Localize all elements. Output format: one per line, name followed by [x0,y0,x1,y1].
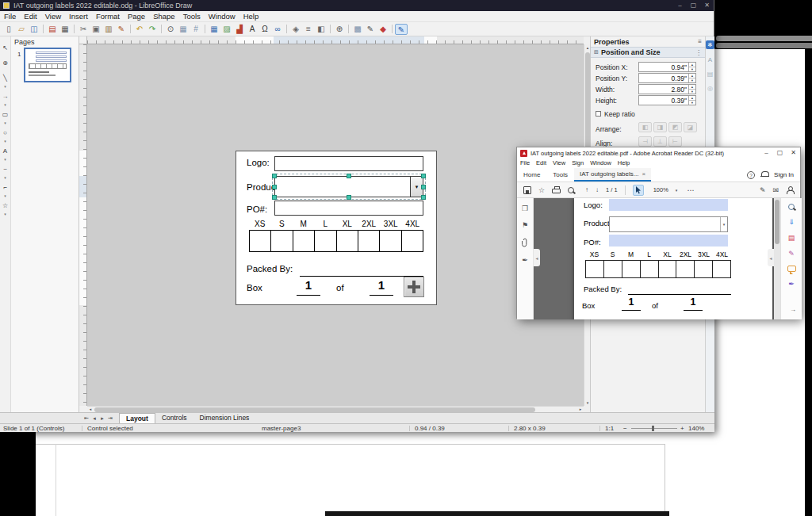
send-backward-button[interactable]: ◩ [668,122,682,132]
ac-menu-help[interactable]: Help [615,159,633,168]
undo-icon[interactable]: ↶ [133,24,146,35]
spin-down-icon[interactable]: ▾ [689,100,695,105]
width-spinner[interactable]: ▴▾ [688,85,695,94]
special-character-icon[interactable]: Ω [259,24,271,35]
spin-down-icon[interactable]: ▾ [689,89,695,94]
fill-sign-icon[interactable]: ✒ [788,280,795,288]
select-tool-icon[interactable] [633,185,644,196]
logo-input[interactable] [274,156,423,171]
ac-tab-home[interactable]: Home [517,168,546,182]
lo-menu-window[interactable]: Window [205,11,239,22]
clone-formatting-icon[interactable]: ✎ [115,24,128,35]
lo-minimize-button[interactable]: – [673,0,687,11]
drawing-page[interactable]: Logo: Product: ▼ PO#: XS S M L XL [236,151,437,305]
ac-tab-close-icon[interactable]: × [642,170,645,178]
collapse-left-pane-button[interactable]: ◂ [534,249,540,266]
bring-forward-button[interactable]: ◧ [638,122,652,132]
hyperlink-icon[interactable]: ∞ [271,24,284,35]
size-box[interactable] [315,230,336,252]
horizontal-ruler[interactable] [87,36,584,44]
star-icon[interactable]: ☆ [538,186,545,194]
ac-menu-edit[interactable]: Edit [533,159,550,168]
arrow-shape-icon[interactable]: → [0,93,11,101]
selection-handle[interactable] [421,195,426,200]
first-slide-icon[interactable]: ⇤ [82,415,90,422]
lo-canvas[interactable]: Logo: Product: ▼ PO#: XS S M L XL [87,44,584,406]
print-icon[interactable] [552,189,561,193]
position-x-field[interactable]: 0.94" ▴▾ [638,62,696,72]
dropdown-caret-icon[interactable]: ▾ [0,84,11,89]
ac-tab-tools[interactable]: Tools [546,168,574,182]
dropdown-caret-icon[interactable]: ▾ [0,102,11,107]
ellipse-icon[interactable]: ○ [0,129,11,137]
selection-handle[interactable] [272,174,277,178]
help-icon[interactable]: ? [747,171,755,179]
edit-points-icon[interactable]: ✎ [364,24,377,35]
helplines-icon[interactable]: # [190,24,202,35]
text-box-icon[interactable]: A [0,147,11,155]
tab-dimension-lines[interactable]: Dimension Lines [193,413,256,423]
ac-menu-sign[interactable]: Sign [569,159,587,168]
lo-menu-format[interactable]: Format [92,11,124,22]
box-total-field[interactable]: 1 [370,277,393,296]
previous-slide-icon[interactable]: ◂ [90,415,98,422]
sidebar-menu-icon[interactable]: ≡ [698,38,702,45]
create-pdf-icon[interactable]: ▤ [788,234,795,242]
section-expander-icon[interactable]: ⊞ [594,49,599,55]
pdf-logo-field[interactable] [609,199,728,211]
ac-menu-view[interactable]: View [550,159,569,168]
height-spinner[interactable]: ▴▾ [688,96,695,105]
pdf-po-field[interactable] [609,235,728,247]
lo-menu-page[interactable]: Page [124,11,149,22]
draw-functions-icon[interactable]: ✎ [395,24,408,35]
pdf-size-box[interactable] [622,260,641,278]
lo-maximize-button[interactable]: ▢ [687,0,700,11]
position-size-section-header[interactable]: ⊞ Position and Size ⋮ [591,47,705,58]
page-indicator[interactable]: 1 / 1 [606,186,618,193]
redo-icon[interactable]: ↷ [146,24,159,35]
search-tools-icon[interactable] [788,204,795,210]
pdf-page[interactable]: Logo: Product: ▾ PO#: XS S M L XL 2XL 3X… [574,198,772,319]
cut-icon[interactable]: ✂ [77,24,90,35]
attachments-icon[interactable] [522,238,528,247]
previous-page-icon[interactable]: ↑ [585,186,588,193]
selection-handle[interactable] [272,195,277,200]
selection-handle[interactable] [347,195,351,200]
bookmarks-icon[interactable]: ⚑ [522,221,528,229]
insert-chart-icon[interactable]: ▟ [233,24,246,35]
edit-pdf-icon[interactable]: ✎ [788,250,795,258]
pdf-size-box[interactable] [585,260,604,278]
connector-icon[interactable]: ⌐ [0,184,11,192]
selection-handle[interactable] [421,174,426,178]
expand-tools-icon[interactable]: → [790,306,796,313]
print-icon[interactable]: ▦ [59,24,71,35]
align-left-button[interactable]: ⊣ [638,136,652,147]
sign-in-button[interactable]: Sign In [774,171,794,178]
lo-menu-tools[interactable]: Tools [179,11,205,22]
glue-points-icon[interactable]: ◆ [377,24,389,35]
keep-ratio-checkbox[interactable] [596,111,601,117]
curve-icon[interactable]: ~ [0,166,11,174]
ac-titlebar[interactable]: IAT outgoing labels 2022 editable.pdf - … [517,147,800,159]
page-thumbnails-icon[interactable]: ❐ [522,204,528,212]
size-box[interactable] [293,230,315,252]
width-field[interactable]: 2.80" ▴▾ [638,84,696,94]
zoom-out-icon[interactable]: − [623,425,627,432]
account-icon[interactable] [786,186,794,194]
pdf-size-box[interactable] [659,260,677,278]
next-page-icon[interactable]: ↓ [596,186,599,193]
line-icon[interactable]: ╲ [0,75,11,82]
rectangle-icon[interactable]: ▭ [0,111,11,119]
insert-table-icon[interactable]: ▦ [208,24,220,35]
pdf-size-box[interactable] [604,260,622,278]
star-shape-icon[interactable]: ☆ [0,202,11,210]
pdf-size-box[interactable] [695,260,713,278]
dropdown-caret-icon[interactable]: ▾ [0,212,11,216]
properties-tab-icon[interactable]: ✻ [706,40,714,49]
pdf-box-total[interactable]: 1 [684,296,703,311]
display-grid-icon[interactable]: ▦ [177,24,190,35]
size-box[interactable] [402,230,423,252]
lo-menu-file[interactable]: File [0,11,20,22]
insert-textbox-icon[interactable]: A [246,24,259,35]
add-box-button[interactable] [404,277,424,297]
